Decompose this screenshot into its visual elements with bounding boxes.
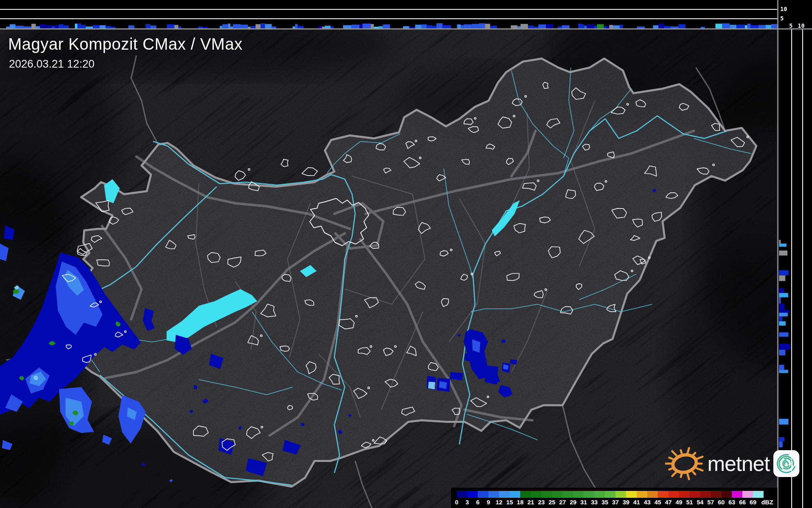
radar-composite-screen: Magyar Kompozit CMax / VMax 2026.03.21 1… xyxy=(0,0,812,508)
legend-color-box-63 xyxy=(732,491,742,498)
legend-label-15: 15 xyxy=(504,499,515,506)
top-profile-axis-label-5: 5 xyxy=(780,15,784,22)
right-profile-axis-label-10: 10 xyxy=(798,22,805,29)
right-profile-axis-label-5: 5 xyxy=(789,22,792,29)
legend-label-33: 33 xyxy=(589,499,600,506)
legend-color-box-9 xyxy=(488,491,499,498)
top-profile-axis-label-10: 10 xyxy=(780,6,787,12)
legend-label-69: 69 xyxy=(748,499,758,506)
sun-icon xyxy=(665,444,704,483)
legend-color-box-39 xyxy=(626,491,637,498)
legend-color-box-43 xyxy=(647,491,658,498)
legend-color-box-60 xyxy=(721,491,732,498)
legend-color-box-0 xyxy=(457,491,467,498)
logo-text: metnet xyxy=(707,451,770,476)
metnet-app-icon xyxy=(773,449,800,478)
dbz-color-bar xyxy=(457,491,764,498)
right-profile-gridline-5 xyxy=(791,29,792,508)
legend-label-21: 21 xyxy=(525,499,536,506)
legend-color-box-18 xyxy=(520,491,531,498)
legend-label-12: 12 xyxy=(494,499,504,506)
legend-label-49: 49 xyxy=(674,499,684,506)
legend-label-25: 25 xyxy=(547,499,557,506)
dbz-legend: 0369121518212325272931333537394143454749… xyxy=(451,488,777,508)
legend-label-23: 23 xyxy=(536,499,547,506)
legend-color-box-37 xyxy=(615,491,626,498)
legend-color-box-49 xyxy=(679,491,689,498)
legend-color-box-57 xyxy=(711,491,721,498)
radar-map xyxy=(0,0,812,508)
top-profile-strip xyxy=(0,0,812,29)
legend-label-51: 51 xyxy=(684,499,695,506)
page-title: Magyar Kompozit CMax / VMax xyxy=(8,35,243,53)
legend-label-66: 66 xyxy=(737,499,748,506)
legend-color-box-51 xyxy=(689,491,700,498)
legend-label-39: 39 xyxy=(621,499,631,506)
legend-label-41: 41 xyxy=(631,499,642,506)
legend-color-box-23 xyxy=(541,491,552,498)
legend-label-60: 60 xyxy=(716,499,727,506)
legend-label-27: 27 xyxy=(557,499,568,506)
legend-color-box-31 xyxy=(584,491,594,498)
legend-label-35: 35 xyxy=(600,499,610,506)
legend-label-63: 63 xyxy=(727,499,737,506)
legend-color-box-12 xyxy=(499,491,510,498)
legend-label-45: 45 xyxy=(652,499,663,506)
timestamp: 2026.03.21 12:20 xyxy=(9,58,94,70)
legend-color-box-21 xyxy=(531,491,541,498)
right-profile-gridline-10 xyxy=(802,29,803,508)
legend-color-box-33 xyxy=(594,491,605,498)
legend-label-3: 3 xyxy=(462,499,473,506)
legend-label-47: 47 xyxy=(663,499,674,506)
legend-label-29: 29 xyxy=(568,499,578,506)
legend-label-31: 31 xyxy=(578,499,589,506)
legend-label-54: 54 xyxy=(695,499,705,506)
legend-color-box-6 xyxy=(478,491,488,498)
legend-label-6: 6 xyxy=(473,499,483,506)
legend-color-box-3 xyxy=(467,491,478,498)
legend-color-box-41 xyxy=(637,491,647,498)
legend-color-box-15 xyxy=(510,491,520,498)
legend-color-box-27 xyxy=(562,491,573,498)
legend-label-9: 9 xyxy=(483,499,494,506)
legend-color-box-29 xyxy=(573,491,584,498)
legend-label-18: 18 xyxy=(515,499,525,506)
legend-label-37: 37 xyxy=(610,499,621,506)
legend-label-43: 43 xyxy=(642,499,652,506)
legend-label-57: 57 xyxy=(705,499,716,506)
legend-color-box-45 xyxy=(658,491,668,498)
legend-color-box-47 xyxy=(668,491,679,498)
legend-color-box-35 xyxy=(605,491,615,498)
legend-color-box-69 xyxy=(753,491,764,498)
legend-color-box-54 xyxy=(700,491,711,498)
legend-unit-label: dBZ xyxy=(759,499,775,506)
legend-color-box-25 xyxy=(552,491,562,498)
metnet-logo: metnet xyxy=(665,443,800,484)
legend-color-box-66 xyxy=(742,491,753,498)
legend-label-0: 0 xyxy=(451,499,462,506)
